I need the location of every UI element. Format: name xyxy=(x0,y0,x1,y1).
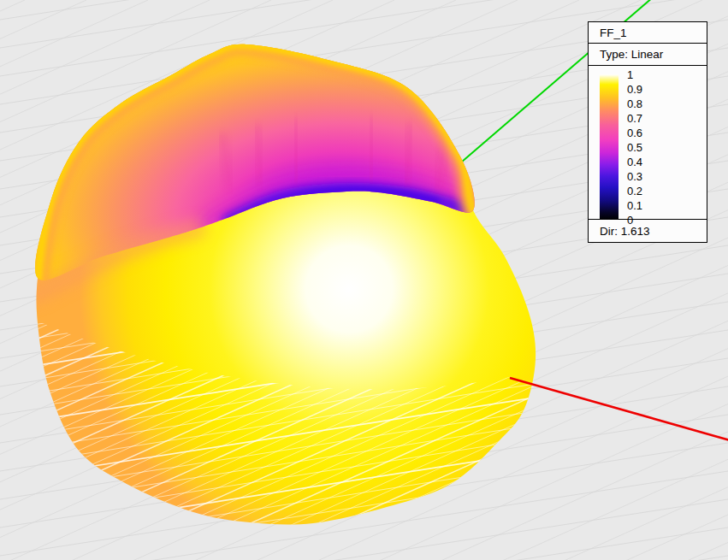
colorbar-tick: 0.9 xyxy=(627,82,678,97)
colorbar-tick: 0.7 xyxy=(627,111,678,126)
colorbar-tick: 0.3 xyxy=(627,169,678,184)
colorbar-tick: 0.2 xyxy=(627,184,678,198)
farfield-legend-box: FF_1 Type: Linear 10.90.80.70.60.50.40.3… xyxy=(588,21,707,243)
colorbar-tick: 0.5 xyxy=(627,140,678,155)
colorbar-tick: 1 xyxy=(627,68,678,82)
3d-farfield-viewport[interactable]: FF_1 Type: Linear 10.90.80.70.60.50.40.3… xyxy=(0,0,728,560)
colorbar-tick: 0.8 xyxy=(627,97,678,111)
colorbar xyxy=(600,74,619,220)
colorbar-tick: 0.4 xyxy=(627,155,678,169)
colorbar-tick: 0.1 xyxy=(627,198,678,213)
legend-colorbar-section: 10.90.80.70.60.50.40.30.20.10 xyxy=(588,65,707,220)
legend-type-label: Type: Linear xyxy=(588,43,707,66)
colorbar-tick: 0.6 xyxy=(627,126,678,140)
colorbar-tick: 0 xyxy=(627,213,678,227)
legend-title: FF_1 xyxy=(588,21,707,44)
